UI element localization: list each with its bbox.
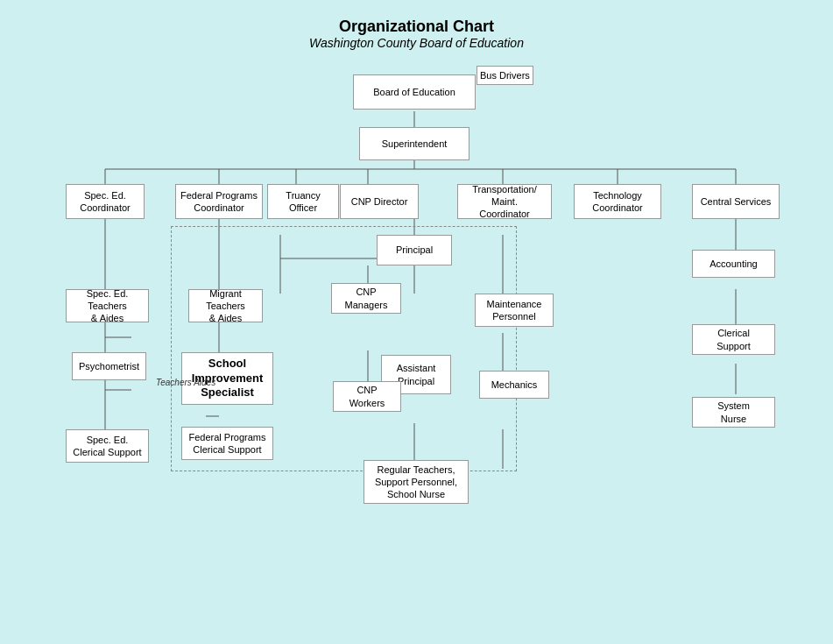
spec-ed-clerical-box: Spec. Ed. Clerical Support	[66, 429, 149, 463]
org-chart: Board of Education Superintendent Spec. …	[18, 66, 815, 609]
clerical-support-box: Clerical Support	[692, 324, 775, 355]
truancy-officer-box: Truancy Officer	[267, 184, 339, 219]
title-section: Organizational Chart Washington County B…	[18, 18, 815, 50]
cnp-managers-box: CNP Managers	[331, 283, 401, 314]
technology-box: Technology Coordinator	[574, 184, 661, 219]
federal-clerical-box: Federal Programs Clerical Support	[181, 427, 273, 460]
accounting-box: Accounting	[692, 250, 775, 278]
sub-title: Washington County Board of Education	[18, 36, 815, 50]
spec-ed-teachers-box: Spec. Ed. Teachers & Aides	[66, 289, 149, 322]
migrant-teachers-box: Migrant Teachers & Aides	[188, 289, 263, 322]
central-services-box: Central Services	[692, 184, 780, 219]
spec-ed-coord-box: Spec. Ed. Coordinator	[66, 184, 145, 219]
cnp-director-box: CNP Director	[340, 184, 419, 219]
regular-teachers-box: Regular Teachers, Support Personnel, Sch…	[364, 460, 469, 504]
federal-programs-coord-box: Federal Programs Coordinator	[175, 184, 263, 219]
cnp-workers-box: CNP Workers	[333, 381, 401, 412]
maintenance-box: Maintenance Personnel	[475, 294, 554, 327]
system-nurse-box: System Nurse	[692, 397, 775, 428]
board-box: Board of Education	[353, 74, 476, 110]
mechanics-box: Mechanics	[479, 371, 549, 399]
psychometrist-box: Psychometrist	[72, 352, 146, 380]
bus-drivers-box: Bus Drivers	[477, 66, 533, 85]
teachers-aides-label: Teachers Aides	[156, 378, 215, 387]
principal-box: Principal	[377, 235, 452, 265]
transportation-box: Transportation/ Maint. Coordinator	[457, 184, 552, 219]
page: Organizational Chart Washington County B…	[0, 0, 833, 644]
main-title: Organizational Chart	[18, 18, 815, 36]
superintendent-box: Superintendent	[359, 127, 469, 160]
